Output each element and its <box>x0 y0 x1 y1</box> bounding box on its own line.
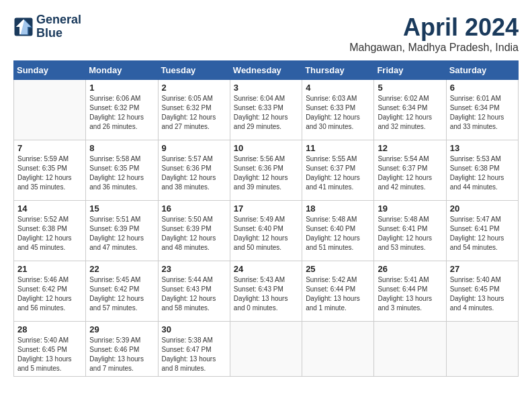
day-info: Sunrise: 5:47 AM Sunset: 6:41 PM Dayligh… <box>450 215 515 253</box>
day-number: 4 <box>306 83 370 93</box>
day-number: 23 <box>162 264 226 274</box>
calendar-cell: 9Sunrise: 5:57 AM Sunset: 6:36 PM Daylig… <box>158 140 230 201</box>
calendar-cell: 25Sunrise: 5:42 AM Sunset: 6:44 PM Dayli… <box>302 261 374 322</box>
day-info: Sunrise: 5:45 AM Sunset: 6:42 PM Dayligh… <box>89 275 154 313</box>
day-number: 21 <box>17 264 82 274</box>
day-info: Sunrise: 6:02 AM Sunset: 6:34 PM Dayligh… <box>378 94 442 132</box>
day-info: Sunrise: 6:06 AM Sunset: 6:32 PM Dayligh… <box>89 94 154 132</box>
calendar-cell <box>230 322 302 377</box>
day-info: Sunrise: 5:48 AM Sunset: 6:40 PM Dayligh… <box>306 215 370 253</box>
calendar-cell: 14Sunrise: 5:52 AM Sunset: 6:38 PM Dayli… <box>14 201 86 261</box>
calendar-cell: 6Sunrise: 6:01 AM Sunset: 6:34 PM Daylig… <box>446 80 518 140</box>
calendar-cell: 8Sunrise: 5:58 AM Sunset: 6:35 PM Daylig… <box>86 140 158 201</box>
day-number: 6 <box>450 83 515 93</box>
day-number: 25 <box>306 264 370 274</box>
calendar-cell: 30Sunrise: 5:38 AM Sunset: 6:47 PM Dayli… <box>158 322 230 377</box>
day-number: 20 <box>450 203 515 214</box>
calendar-week-row: 21Sunrise: 5:46 AM Sunset: 6:42 PM Dayli… <box>14 261 519 322</box>
day-info: Sunrise: 5:38 AM Sunset: 6:47 PM Dayligh… <box>162 336 226 373</box>
calendar-cell: 29Sunrise: 5:39 AM Sunset: 6:46 PM Dayli… <box>86 322 158 377</box>
weekday-header: Friday <box>374 61 446 80</box>
day-info: Sunrise: 5:53 AM Sunset: 6:38 PM Dayligh… <box>450 154 515 192</box>
calendar-cell: 7Sunrise: 5:59 AM Sunset: 6:35 PM Daylig… <box>14 140 86 201</box>
day-info: Sunrise: 5:58 AM Sunset: 6:35 PM Dayligh… <box>89 154 154 192</box>
day-number: 16 <box>162 203 226 214</box>
calendar-cell: 24Sunrise: 5:43 AM Sunset: 6:43 PM Dayli… <box>230 261 302 322</box>
day-number: 30 <box>162 324 226 334</box>
calendar-cell: 28Sunrise: 5:40 AM Sunset: 6:45 PM Dayli… <box>14 322 86 377</box>
day-number: 17 <box>234 203 298 214</box>
day-info: Sunrise: 5:57 AM Sunset: 6:36 PM Dayligh… <box>162 154 226 192</box>
day-number: 9 <box>162 143 226 153</box>
day-number: 18 <box>306 203 370 214</box>
day-info: Sunrise: 6:01 AM Sunset: 6:34 PM Dayligh… <box>450 94 515 132</box>
calendar-cell: 23Sunrise: 5:44 AM Sunset: 6:43 PM Dayli… <box>158 261 230 322</box>
weekday-header: Monday <box>86 61 158 80</box>
day-number: 26 <box>378 264 442 274</box>
day-info: Sunrise: 5:49 AM Sunset: 6:40 PM Dayligh… <box>234 215 298 253</box>
calendar-cell <box>14 80 86 140</box>
logo: General Blue <box>13 13 81 40</box>
calendar-cell: 19Sunrise: 5:48 AM Sunset: 6:41 PM Dayli… <box>374 201 446 261</box>
day-number: 5 <box>378 83 442 93</box>
calendar-cell: 27Sunrise: 5:40 AM Sunset: 6:45 PM Dayli… <box>446 261 518 322</box>
day-number: 29 <box>89 324 154 334</box>
calendar-cell <box>446 322 518 377</box>
calendar-cell: 16Sunrise: 5:50 AM Sunset: 6:39 PM Dayli… <box>158 201 230 261</box>
calendar-cell: 3Sunrise: 6:04 AM Sunset: 6:33 PM Daylig… <box>230 80 302 140</box>
day-number: 2 <box>162 83 226 93</box>
page-header: General Blue April 2024 Mahgawan, Madhya… <box>13 13 519 54</box>
calendar-cell: 26Sunrise: 5:41 AM Sunset: 6:44 PM Dayli… <box>374 261 446 322</box>
day-number: 13 <box>450 143 515 153</box>
weekday-header: Tuesday <box>158 61 230 80</box>
weekday-header: Saturday <box>446 61 518 80</box>
calendar-cell: 15Sunrise: 5:51 AM Sunset: 6:39 PM Dayli… <box>86 201 158 261</box>
calendar-cell <box>374 322 446 377</box>
calendar-table: SundayMondayTuesdayWednesdayThursdayFrid… <box>13 60 519 377</box>
day-info: Sunrise: 5:40 AM Sunset: 6:45 PM Dayligh… <box>450 275 515 313</box>
calendar-cell: 10Sunrise: 5:56 AM Sunset: 6:36 PM Dayli… <box>230 140 302 201</box>
day-info: Sunrise: 6:04 AM Sunset: 6:33 PM Dayligh… <box>234 94 298 132</box>
calendar-cell: 5Sunrise: 6:02 AM Sunset: 6:34 PM Daylig… <box>374 80 446 140</box>
calendar-cell: 13Sunrise: 5:53 AM Sunset: 6:38 PM Dayli… <box>446 140 518 201</box>
day-number: 22 <box>89 264 154 274</box>
day-info: Sunrise: 5:44 AM Sunset: 6:43 PM Dayligh… <box>162 275 226 313</box>
calendar-week-row: 14Sunrise: 5:52 AM Sunset: 6:38 PM Dayli… <box>14 201 519 261</box>
calendar-cell: 20Sunrise: 5:47 AM Sunset: 6:41 PM Dayli… <box>446 201 518 261</box>
day-number: 19 <box>378 203 442 214</box>
day-info: Sunrise: 5:55 AM Sunset: 6:37 PM Dayligh… <box>306 154 370 192</box>
day-info: Sunrise: 5:39 AM Sunset: 6:46 PM Dayligh… <box>89 336 154 373</box>
day-info: Sunrise: 5:48 AM Sunset: 6:41 PM Dayligh… <box>378 215 442 253</box>
title-block: April 2024 Mahgawan, Madhya Pradesh, Ind… <box>349 13 519 54</box>
weekday-header: Thursday <box>302 61 374 80</box>
day-number: 27 <box>450 264 515 274</box>
calendar-cell: 2Sunrise: 6:05 AM Sunset: 6:32 PM Daylig… <box>158 80 230 140</box>
day-number: 11 <box>306 143 370 153</box>
day-info: Sunrise: 6:03 AM Sunset: 6:33 PM Dayligh… <box>306 94 370 132</box>
day-info: Sunrise: 5:42 AM Sunset: 6:44 PM Dayligh… <box>306 275 370 313</box>
day-info: Sunrise: 5:43 AM Sunset: 6:43 PM Dayligh… <box>234 275 298 313</box>
calendar-week-row: 7Sunrise: 5:59 AM Sunset: 6:35 PM Daylig… <box>14 140 519 201</box>
calendar-cell: 4Sunrise: 6:03 AM Sunset: 6:33 PM Daylig… <box>302 80 374 140</box>
day-number: 1 <box>89 83 154 93</box>
calendar-cell <box>302 322 374 377</box>
day-info: Sunrise: 5:46 AM Sunset: 6:42 PM Dayligh… <box>17 275 82 313</box>
day-number: 7 <box>17 143 82 153</box>
calendar-week-row: 1Sunrise: 6:06 AM Sunset: 6:32 PM Daylig… <box>14 80 519 140</box>
day-number: 24 <box>234 264 298 274</box>
day-info: Sunrise: 5:52 AM Sunset: 6:38 PM Dayligh… <box>17 215 82 253</box>
day-number: 15 <box>89 203 154 214</box>
calendar-cell: 22Sunrise: 5:45 AM Sunset: 6:42 PM Dayli… <box>86 261 158 322</box>
day-number: 14 <box>17 203 82 214</box>
calendar-week-row: 28Sunrise: 5:40 AM Sunset: 6:45 PM Dayli… <box>14 322 519 377</box>
day-number: 10 <box>234 143 298 153</box>
calendar-cell: 18Sunrise: 5:48 AM Sunset: 6:40 PM Dayli… <box>302 201 374 261</box>
calendar-cell: 11Sunrise: 5:55 AM Sunset: 6:37 PM Dayli… <box>302 140 374 201</box>
day-number: 8 <box>89 143 154 153</box>
calendar-cell: 1Sunrise: 6:06 AM Sunset: 6:32 PM Daylig… <box>86 80 158 140</box>
day-number: 12 <box>378 143 442 153</box>
day-info: Sunrise: 5:59 AM Sunset: 6:35 PM Dayligh… <box>17 154 82 192</box>
day-info: Sunrise: 5:51 AM Sunset: 6:39 PM Dayligh… <box>89 215 154 253</box>
day-number: 28 <box>17 324 82 334</box>
calendar-cell: 12Sunrise: 5:54 AM Sunset: 6:37 PM Dayli… <box>374 140 446 201</box>
